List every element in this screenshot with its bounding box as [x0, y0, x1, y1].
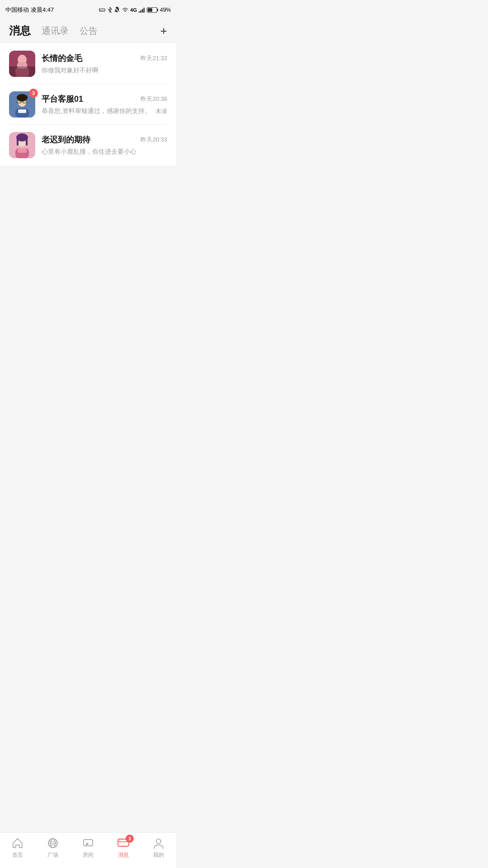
svg-point-37: [156, 839, 161, 844]
contact-name: 长情的金毛: [42, 53, 82, 64]
message-top: 平台客服01 昨天20:38: [42, 94, 167, 104]
profile-icon: [152, 836, 165, 850]
empty-content-area: [0, 165, 176, 863]
svg-text:NFC: NFC: [100, 9, 105, 12]
status-left: 中国移动 凌晨4:47: [5, 6, 54, 14]
room-icon: [81, 836, 95, 850]
svg-rect-5: [142, 9, 143, 13]
svg-rect-3: [139, 11, 140, 13]
avatar: [9, 51, 35, 77]
message-preview: 心里有小鹿乱撞，你住进去要小心: [42, 148, 167, 156]
svg-rect-6: [143, 8, 145, 13]
avatar-wrapper: [9, 132, 35, 158]
network-label: 4G: [130, 7, 137, 13]
avatar-wrapper: 3: [9, 91, 35, 118]
message-time: 昨天20:33: [141, 136, 167, 144]
avatar-image: [9, 51, 35, 77]
message-bottom: 心里有小鹿乱撞，你住进去要小心: [42, 148, 167, 156]
tab-announcements[interactable]: 公告: [80, 25, 98, 37]
nav-tabs: 消息 通讯录 公告: [9, 24, 98, 38]
nav-label-room: 房间: [83, 851, 94, 859]
contact-name: 平台客服01: [42, 94, 83, 104]
unread-label: 未读: [155, 107, 167, 115]
svg-rect-9: [148, 8, 152, 12]
svg-rect-18: [18, 109, 26, 113]
message-preview: 你做我对象好不好啊: [42, 66, 167, 75]
home-svg: [11, 837, 24, 849]
message-bottom: 你做我对象好不好啊: [42, 66, 167, 75]
nav-item-home[interactable]: 首页: [4, 836, 31, 859]
signal-icon: [138, 7, 145, 13]
nfc-icon: NFC: [99, 6, 106, 14]
avatar-image: [9, 132, 35, 158]
contact-name: 老迟到的期待: [42, 134, 90, 145]
plaza-svg: [47, 837, 59, 849]
nav-item-messages[interactable]: 3 消息: [110, 836, 137, 859]
nav-label-messages: 消息: [118, 851, 129, 859]
list-item[interactable]: 老迟到的期待 昨天20:33 心里有小鹿乱撞，你住进去要小心: [0, 125, 176, 165]
nav-label-home: 首页: [12, 851, 23, 859]
message-content: 长情的金毛 昨天21:32 你做我对象好不好啊: [42, 53, 167, 75]
nav-label-plaza: 广场: [47, 851, 58, 859]
list-item[interactable]: 长情的金毛 昨天21:32 你做我对象好不好啊: [0, 43, 176, 84]
tab-contacts[interactable]: 通讯录: [42, 25, 69, 37]
svg-rect-12: [15, 67, 29, 77]
svg-point-17: [17, 94, 28, 101]
status-icons: NFC 4G: [99, 6, 171, 14]
tab-messages[interactable]: 消息: [9, 24, 31, 38]
nav-item-plaza[interactable]: 广场: [39, 836, 66, 859]
carrier-label: 中国移动: [5, 6, 29, 14]
battery-icon: [147, 7, 159, 13]
status-bar: 中国移动 凌晨4:47 NFC: [0, 0, 176, 20]
content-wrapper: 长情的金毛 昨天21:32 你做我对象好不好啊: [0, 43, 176, 863]
status-right: NFC 4G: [99, 6, 171, 14]
svg-rect-4: [140, 10, 141, 13]
message-list: 长情的金毛 昨天21:32 你做我对象好不好啊: [0, 43, 176, 165]
battery-percent: 49%: [160, 7, 171, 13]
nav-item-room[interactable]: 房间: [75, 836, 102, 859]
svg-rect-8: [157, 9, 158, 11]
svg-rect-26: [26, 138, 28, 146]
add-button[interactable]: +: [160, 25, 167, 37]
avatar: [9, 132, 35, 158]
message-time: 昨天21:32: [141, 54, 167, 62]
svg-rect-28: [18, 148, 27, 153]
message-time: 昨天20:38: [141, 95, 167, 103]
message-top: 老迟到的期待 昨天20:33: [42, 134, 167, 145]
svg-rect-25: [17, 138, 19, 146]
messages-badge: 3: [126, 835, 134, 843]
list-item[interactable]: 3 平台客服01 昨天20:38 恭喜您,资料审核通过，感谢你的支持。 未读: [0, 84, 176, 125]
room-svg: [82, 837, 94, 849]
svg-rect-32: [84, 840, 93, 846]
mute-icon: [114, 6, 120, 14]
svg-rect-13: [17, 62, 27, 69]
svg-marker-33: [86, 843, 89, 845]
nav-label-profile: 我的: [153, 851, 164, 859]
message-bottom: 恭喜您,资料审核通过，感谢你的支持。 未读: [42, 107, 167, 115]
message-content: 老迟到的期待 昨天20:33 心里有小鹿乱撞，你住进去要小心: [42, 134, 167, 156]
bottom-nav: 首页 广场 房间: [0, 832, 176, 868]
bluetooth-icon: [107, 6, 113, 14]
time-label: 凌晨4:47: [31, 6, 54, 14]
profile-svg: [152, 837, 165, 849]
unread-badge: 3: [29, 89, 38, 98]
plaza-icon: [46, 836, 60, 850]
messages-icon: 3: [117, 836, 130, 850]
message-preview: 恭喜您,资料审核通过，感谢你的支持。: [42, 107, 152, 115]
nav-header: 消息 通讯录 公告 +: [0, 20, 176, 43]
message-top: 长情的金毛 昨天21:32: [42, 53, 167, 64]
message-content: 平台客服01 昨天20:38 恭喜您,资料审核通过，感谢你的支持。 未读: [42, 94, 167, 115]
wifi-icon: [122, 7, 129, 13]
home-icon: [11, 836, 24, 850]
avatar-wrapper: [9, 51, 35, 77]
nav-item-profile[interactable]: 我的: [145, 836, 172, 859]
